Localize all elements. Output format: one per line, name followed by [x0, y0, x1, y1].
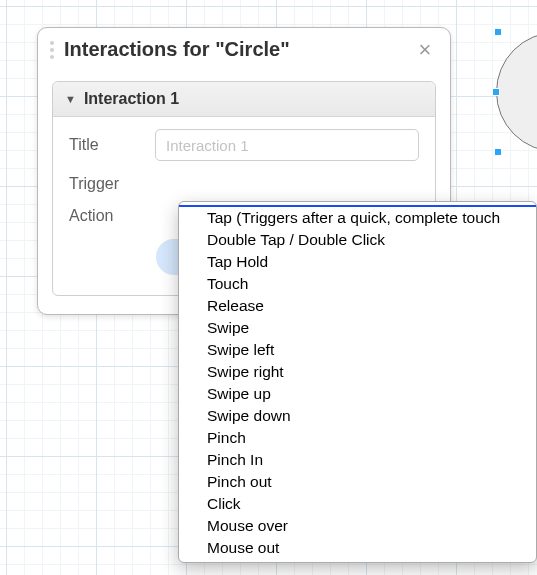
panel-title: Interactions for "Circle": [64, 38, 414, 61]
trigger-option-label: Swipe right: [207, 363, 284, 380]
trigger-option-label: Click: [207, 495, 241, 512]
trigger-option-label: Swipe: [207, 319, 249, 336]
design-canvas[interactable]: Interactions for "Circle" × ▼ Interactio…: [0, 0, 537, 575]
selection-handle[interactable]: [494, 148, 502, 156]
trigger-option[interactable]: Mouse out: [179, 537, 536, 559]
trigger-option-label: Mouse over: [207, 517, 288, 534]
row-trigger: Trigger: [69, 175, 419, 193]
trigger-option-label: Double Tap / Double Click: [207, 231, 385, 248]
title-input[interactable]: [155, 129, 419, 161]
trigger-option[interactable]: Swipe left: [179, 339, 536, 361]
drag-grip-icon[interactable]: [50, 41, 54, 59]
trigger-option[interactable]: Double Tap / Double Click: [179, 229, 536, 251]
close-button[interactable]: ×: [414, 39, 436, 61]
selection-handle[interactable]: [494, 28, 502, 36]
trigger-option[interactable]: Swipe: [179, 317, 536, 339]
trigger-option[interactable]: Click: [179, 493, 536, 515]
selection-handle[interactable]: [492, 88, 500, 96]
trigger-option-label: Swipe left: [207, 341, 274, 358]
trigger-option[interactable]: Pinch: [179, 427, 536, 449]
row-title: Title: [69, 129, 419, 161]
trigger-option[interactable]: Swipe up: [179, 383, 536, 405]
trigger-option[interactable]: Swipe right: [179, 361, 536, 383]
trigger-option-label: Swipe down: [207, 407, 291, 424]
trigger-option[interactable]: Touch: [179, 273, 536, 295]
trigger-option-label: Swipe up: [207, 385, 271, 402]
trigger-option[interactable]: Release: [179, 295, 536, 317]
label-action: Action: [69, 207, 155, 225]
trigger-option[interactable]: Tap (Triggers after a quick, complete to…: [179, 207, 536, 229]
trigger-option[interactable]: Pinch out: [179, 471, 536, 493]
trigger-option-label: Mouse out: [207, 539, 279, 556]
close-icon: ×: [419, 39, 432, 61]
panel-header: Interactions for "Circle" ×: [38, 28, 450, 71]
section-header[interactable]: ▼ Interaction 1: [53, 82, 435, 117]
trigger-option-label: Release: [207, 297, 264, 314]
trigger-option-label: Pinch: [207, 429, 246, 446]
trigger-option[interactable]: Swipe down: [179, 405, 536, 427]
trigger-option-label: Tap (Triggers after a quick, complete to…: [207, 209, 500, 226]
trigger-option-label: Tap Hold: [207, 253, 268, 270]
trigger-dropdown-menu[interactable]: ✓Tap (Triggers after a quick, complete t…: [178, 201, 537, 563]
trigger-option-label: Pinch out: [207, 473, 272, 490]
trigger-option-label: Touch: [207, 275, 248, 292]
trigger-option[interactable]: Mouse over: [179, 515, 536, 537]
disclosure-triangle-icon: ▼: [65, 93, 76, 105]
label-trigger: Trigger: [69, 175, 155, 193]
trigger-option-label: Pinch In: [207, 451, 263, 468]
canvas-shape-circle[interactable]: [496, 32, 537, 152]
label-title: Title: [69, 136, 155, 154]
section-title: Interaction 1: [84, 90, 179, 108]
trigger-option[interactable]: Pinch In: [179, 449, 536, 471]
trigger-option[interactable]: Tap Hold: [179, 251, 536, 273]
